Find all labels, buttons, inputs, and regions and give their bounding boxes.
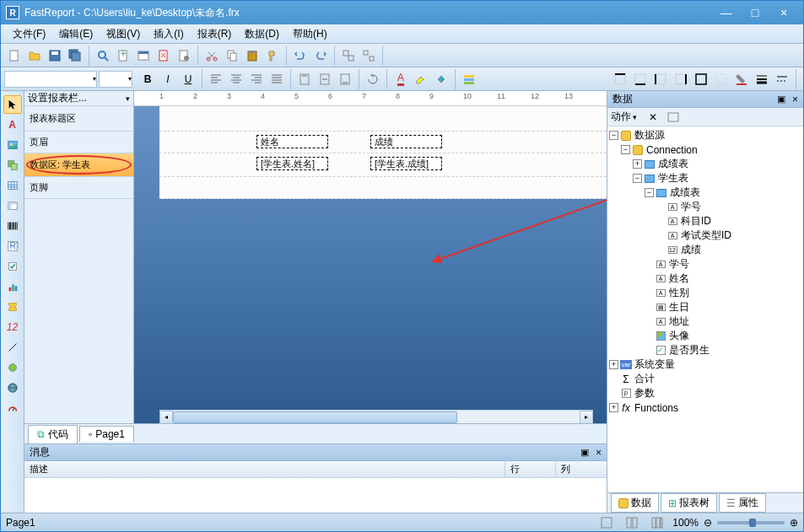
band-configure[interactable]: 设置报表栏...▾ — [24, 91, 133, 106]
chart-tool[interactable] — [3, 277, 22, 296]
zoom-in-button[interactable]: ⊕ — [790, 517, 798, 529]
tree-field-subjectid[interactable]: 科目ID — [681, 214, 711, 228]
band-title[interactable]: 报表标题区 — [24, 106, 133, 132]
properties-tab[interactable]: ☰属性 — [719, 493, 766, 513]
cellular-tool[interactable]: 12 — [3, 318, 22, 336]
group-button[interactable] — [339, 46, 358, 65]
paste-button[interactable] — [243, 46, 262, 65]
pagesetup-button[interactable] — [175, 46, 193, 65]
menu-data[interactable]: 数据(D) — [238, 25, 286, 43]
zip-tool[interactable] — [3, 298, 22, 316]
data-actions-menu[interactable]: 动作▾ — [611, 110, 637, 124]
design-surface[interactable]: 12345678910111213 姓名 成绩 [学生表.姓名] [学生表.成绩… — [134, 91, 607, 423]
border-bottom-button[interactable] — [631, 70, 650, 89]
data-view-button[interactable] — [664, 108, 683, 126]
tree-toggle[interactable]: − — [621, 145, 630, 154]
messages-col-col[interactable]: 列 — [556, 461, 607, 477]
data-band-area[interactable]: [学生表.姓名] [学生表.成绩] — [159, 153, 607, 177]
tree-table-scores[interactable]: 成绩表 — [658, 157, 688, 171]
border-none-button[interactable] — [712, 70, 731, 89]
align-left-button[interactable] — [207, 70, 225, 89]
valign-bottom-button[interactable] — [336, 70, 354, 89]
valign-top-button[interactable] — [295, 70, 314, 89]
newpage-button[interactable]: + — [114, 46, 132, 65]
styles-button[interactable] — [460, 70, 478, 89]
scroll-left-button[interactable]: ◂ — [159, 411, 173, 424]
band-data[interactable]: 数据区: 学生表 — [24, 153, 133, 177]
tree-connection[interactable]: Connection — [646, 144, 698, 156]
tree-field-gender[interactable]: 性别 — [669, 286, 689, 300]
tree-field-studentid2[interactable]: 学号 — [669, 257, 689, 271]
gauge-tool[interactable] — [3, 399, 22, 417]
tree-field-studentid[interactable]: 学号 — [681, 200, 701, 214]
messages-col-row[interactable]: 行 — [505, 461, 556, 477]
data-panel-close-icon[interactable]: × — [792, 94, 798, 105]
line-tool[interactable] — [3, 338, 22, 357]
close-button[interactable]: × — [776, 6, 791, 19]
italic-button[interactable]: I — [159, 70, 177, 89]
header-name-label[interactable]: 姓名 — [256, 135, 328, 148]
copy-button[interactable] — [223, 46, 241, 65]
data-score-field[interactable]: [学生表.成绩] — [370, 157, 442, 170]
zoom-slider[interactable] — [717, 521, 785, 524]
status-view1-button[interactable] — [597, 513, 616, 532]
band-footer[interactable]: 页脚 — [24, 177, 133, 199]
open-button[interactable] — [25, 46, 44, 65]
scroll-right-button[interactable]: ▸ — [580, 411, 593, 424]
border-color-button[interactable] — [732, 70, 751, 89]
data-delete-button[interactable]: ✕ — [644, 108, 662, 126]
redo-button[interactable] — [311, 46, 330, 65]
align-center-button[interactable] — [227, 70, 246, 89]
tree-sub-scores[interactable]: 成绩表 — [670, 185, 700, 200]
reporttree-tab[interactable]: ⊞报表树 — [661, 493, 717, 513]
table-tool[interactable] — [3, 176, 22, 195]
tree-toggle[interactable]: − — [609, 131, 618, 140]
shape-tool[interactable] — [3, 358, 22, 377]
design-h-scrollbar[interactable]: ◂ ▸ — [159, 410, 593, 423]
newdialog-button[interactable] — [134, 46, 153, 65]
data-tree[interactable]: −数据源 −Connection +成绩表 −学生表 −成绩表 A学号 A科目I… — [607, 126, 803, 492]
save-button[interactable] — [46, 46, 64, 65]
header-band-area[interactable]: 姓名 成绩 — [159, 132, 607, 153]
font-family-select[interactable]: ▾ — [4, 71, 97, 88]
ungroup-button[interactable] — [359, 46, 378, 65]
tree-field-examtypeid[interactable]: 考试类型ID — [681, 228, 731, 243]
border-style-button[interactable] — [773, 70, 791, 89]
code-tab[interactable]: ⧉代码 — [28, 425, 78, 443]
tree-field-birthday[interactable]: 生日 — [669, 300, 689, 314]
cut-button[interactable] — [202, 46, 221, 65]
undo-button[interactable] — [291, 46, 310, 65]
valign-middle-button[interactable] — [316, 70, 334, 89]
data-tab[interactable]: 数据 — [611, 493, 659, 513]
tree-datasource[interactable]: 数据源 — [634, 128, 665, 142]
messages-close-icon[interactable]: × — [596, 447, 602, 459]
pointer-tool[interactable] — [3, 95, 22, 114]
formatpaint-button[interactable] — [263, 46, 282, 65]
menu-help[interactable]: 帮助(H) — [286, 25, 334, 43]
matrix-tool[interactable] — [3, 196, 22, 215]
minimize-button[interactable]: — — [719, 6, 734, 19]
tree-sysvars[interactable]: 系统变量 — [634, 357, 675, 372]
menu-file[interactable]: 文件(F) — [6, 25, 52, 43]
status-view2-button[interactable] — [623, 513, 641, 532]
font-size-select[interactable]: ▾ — [99, 71, 132, 88]
tree-toggle[interactable]: + — [609, 360, 618, 369]
new-button[interactable] — [5, 46, 24, 65]
fillcolor-button[interactable] — [432, 70, 451, 89]
messages-table[interactable]: 描述 行 列 — [24, 461, 607, 513]
deletepage-button[interactable] — [154, 46, 173, 65]
tree-toggle[interactable]: − — [633, 174, 642, 183]
bold-button[interactable]: B — [138, 70, 157, 89]
band-header[interactable]: 页眉 — [24, 132, 133, 153]
align-right-button[interactable] — [247, 70, 266, 89]
barcode-tool[interactable] — [3, 217, 22, 235]
tree-totals[interactable]: 合计 — [634, 372, 655, 386]
data-panel-pin-icon[interactable]: ▣ — [777, 94, 785, 105]
border-width-button[interactable] — [753, 70, 771, 89]
saveall-button[interactable] — [66, 46, 84, 65]
highlight-button[interactable] — [412, 70, 430, 89]
tree-functions[interactable]: Functions — [634, 402, 678, 414]
tree-params[interactable]: 参数 — [634, 386, 655, 400]
richtext-tool[interactable]: RT — [3, 237, 22, 255]
page1-tab[interactable]: ▫Page1 — [79, 426, 134, 442]
